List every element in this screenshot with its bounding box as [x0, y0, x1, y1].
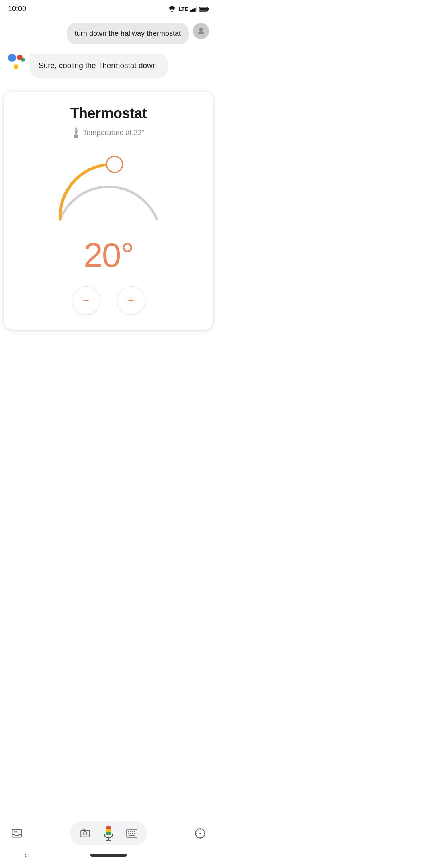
svg-point-8: [199, 28, 203, 31]
thermostat-card: Thermostat Temperature at 22° 20° −: [4, 92, 213, 330]
google-assistant-logo: [8, 54, 26, 72]
wifi-icon: [168, 6, 176, 12]
svg-point-14: [75, 135, 78, 138]
svg-rect-4: [196, 6, 197, 12]
status-bar: 10:00 LTE: [0, 0, 217, 16]
user-avatar: [193, 23, 209, 39]
svg-rect-9: [76, 127, 77, 135]
temperature-display: 20°: [84, 235, 133, 275]
thermometer-icon: [72, 127, 80, 139]
svg-rect-3: [194, 8, 195, 12]
temperature-label: Temperature at 22°: [83, 129, 144, 137]
chat-area: turn down the hallway thermostat Sure, c…: [0, 16, 217, 92]
user-message-text: turn down the hallway thermostat: [75, 29, 181, 37]
svg-rect-2: [192, 9, 194, 12]
assistant-message-row: Sure, cooling the Thermostat down.: [8, 54, 209, 78]
battery-icon: [199, 6, 209, 12]
user-message-row: turn down the hallway thermostat: [8, 23, 209, 44]
thermostat-title: Thermostat: [70, 105, 147, 122]
svg-rect-6: [208, 8, 209, 10]
svg-rect-1: [190, 10, 192, 12]
svg-point-0: [171, 11, 173, 12]
control-buttons: − +: [72, 286, 145, 315]
status-time: 10:00: [8, 5, 26, 13]
svg-rect-7: [200, 8, 207, 11]
increase-icon: +: [128, 295, 134, 306]
svg-point-15: [106, 156, 123, 172]
thermostat-dial: [40, 147, 177, 227]
user-bubble: turn down the hallway thermostat: [67, 23, 189, 44]
thermostat-arc-svg: [40, 139, 177, 227]
lte-label: LTE: [178, 6, 188, 12]
avatar-icon: [196, 26, 206, 36]
decrease-button[interactable]: −: [72, 286, 100, 315]
increase-button[interactable]: +: [117, 286, 145, 315]
assistant-message-text: Sure, cooling the Thermostat down.: [39, 61, 159, 70]
assistant-bubble: Sure, cooling the Thermostat down.: [30, 54, 168, 78]
signal-icon: [190, 6, 197, 12]
status-icons: LTE: [168, 6, 209, 12]
temperature-label-row: Temperature at 22°: [72, 127, 144, 139]
decrease-icon: −: [83, 295, 89, 306]
